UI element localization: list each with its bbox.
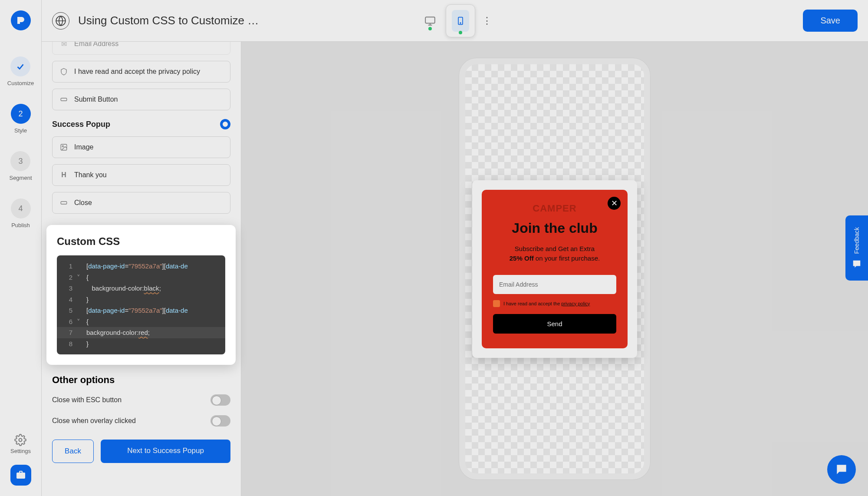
close-block[interactable]: Close bbox=[52, 192, 230, 214]
privacy-block[interactable]: I have read and accept the privacy polic… bbox=[52, 61, 230, 83]
email-block[interactable]: ✉ Email Address bbox=[52, 42, 230, 55]
chat-fab[interactable] bbox=[827, 455, 856, 484]
step-style-number: 2 bbox=[11, 104, 31, 124]
line-number: 7 bbox=[63, 327, 72, 338]
shop-button[interactable] bbox=[10, 465, 31, 486]
image-block-label: Image bbox=[74, 143, 93, 151]
step-publish-label: Publish bbox=[11, 222, 30, 228]
page-title: Using Custom CSS to Customize Pop... bbox=[78, 14, 260, 27]
step-segment-label: Segment bbox=[9, 175, 32, 181]
image-block[interactable]: Image bbox=[52, 136, 230, 158]
button-icon bbox=[59, 95, 68, 104]
phone-frame: ✕ CAMPER Join the club Subscribe and Get… bbox=[459, 58, 650, 479]
desktop-icon bbox=[424, 15, 436, 26]
email-block-label: Email Address bbox=[74, 42, 118, 48]
chat-icon bbox=[835, 463, 848, 476]
svg-point-4 bbox=[460, 23, 461, 23]
kebab-menu[interactable]: ⋮ bbox=[482, 15, 492, 26]
other-options-heading: Other options bbox=[52, 374, 230, 386]
line-number: 3 bbox=[63, 283, 72, 294]
custom-css-heading: Custom CSS bbox=[57, 235, 225, 248]
step-segment-number: 3 bbox=[10, 151, 30, 171]
desktop-device-button[interactable] bbox=[418, 9, 442, 33]
gear-icon bbox=[14, 434, 26, 446]
svg-point-7 bbox=[62, 145, 63, 147]
device-switch: ⋮ bbox=[418, 4, 492, 37]
thankyou-block-label: Thank you bbox=[74, 171, 107, 179]
next-button[interactable]: Next to Success Popup bbox=[101, 440, 230, 463]
topbar: Using Custom CSS to Customize Pop... ⋮ S… bbox=[42, 0, 868, 42]
svg-rect-2 bbox=[425, 17, 435, 23]
mobile-icon bbox=[456, 15, 465, 27]
step-publish-number: 4 bbox=[11, 198, 31, 218]
popup-subtitle: Subscribe and Get an Extra 25% Off on yo… bbox=[493, 244, 616, 264]
preview-canvas: ✕ CAMPER Join the club Subscribe and Get… bbox=[241, 42, 868, 496]
overlay-toggle[interactable] bbox=[210, 415, 230, 427]
inbox-icon bbox=[852, 259, 861, 269]
shield-icon bbox=[59, 67, 68, 76]
popup-privacy-row[interactable]: I have read and accept the privacy polic… bbox=[493, 300, 616, 307]
line-number: 6 bbox=[63, 316, 72, 327]
popup-preview: ✕ CAMPER Join the club Subscribe and Get… bbox=[472, 180, 637, 358]
popup-close-button[interactable]: ✕ bbox=[608, 197, 621, 210]
back-button[interactable]: Back bbox=[52, 440, 94, 463]
globe-icon[interactable] bbox=[52, 12, 69, 30]
feedback-label: Feedback bbox=[853, 227, 860, 254]
line-number: 8 bbox=[63, 338, 72, 350]
line-number: 1 bbox=[63, 261, 72, 272]
overlay-option-row: Close when overlay clicked bbox=[52, 415, 230, 427]
success-popup-toggle[interactable] bbox=[220, 119, 230, 129]
other-options-section: Other options Close with ESC button Clos… bbox=[52, 374, 230, 463]
svg-rect-5 bbox=[61, 98, 67, 101]
success-popup-section: Success Popup bbox=[52, 119, 230, 129]
line-number: 5 bbox=[63, 305, 72, 316]
privacy-block-label: I have read and accept the privacy polic… bbox=[74, 68, 200, 76]
svg-point-0 bbox=[19, 439, 22, 442]
app-logo[interactable] bbox=[11, 10, 31, 30]
submit-block-label: Submit Button bbox=[74, 96, 118, 103]
status-dot bbox=[428, 27, 432, 30]
left-rail: Customize 2 Style 3 Segment 4 Publish Se… bbox=[0, 0, 42, 496]
submit-block[interactable]: Submit Button bbox=[52, 89, 230, 110]
esc-toggle[interactable] bbox=[210, 394, 230, 406]
esc-option-row: Close with ESC button bbox=[52, 394, 230, 406]
popup-title: Join the club bbox=[493, 220, 616, 236]
mail-icon: ✉ bbox=[59, 42, 68, 48]
status-dot bbox=[459, 31, 462, 34]
mobile-device-button[interactable] bbox=[446, 4, 475, 37]
heading-icon: H bbox=[59, 171, 68, 179]
css-editor[interactable]: 1[data-page-id="79552a7a"][data-de 2˅{ 3… bbox=[57, 255, 225, 354]
step-customize-label: Customize bbox=[7, 80, 34, 86]
close-block-label: Close bbox=[74, 199, 92, 207]
check-icon bbox=[10, 56, 30, 76]
custom-css-card: Custom CSS 1[data-page-id="79552a7a"][da… bbox=[46, 225, 236, 365]
settings-label: Settings bbox=[10, 448, 31, 454]
line-number: 4 bbox=[63, 294, 72, 305]
success-popup-heading: Success Popup bbox=[52, 120, 110, 129]
popup-email-input[interactable] bbox=[493, 275, 616, 294]
svg-rect-8 bbox=[61, 202, 67, 204]
esc-option-label: Close with ESC button bbox=[52, 396, 122, 404]
save-button[interactable]: Save bbox=[803, 10, 858, 32]
popup-logo: CAMPER bbox=[493, 203, 616, 214]
step-publish[interactable]: 4 Publish bbox=[11, 198, 31, 228]
button-icon bbox=[59, 198, 68, 207]
image-icon bbox=[59, 143, 68, 152]
step-segment[interactable]: 3 Segment bbox=[9, 151, 32, 181]
checkbox-icon[interactable] bbox=[493, 300, 500, 307]
overlay-option-label: Close when overlay clicked bbox=[52, 417, 136, 425]
thankyou-block[interactable]: H Thank you bbox=[52, 164, 230, 186]
step-customize[interactable]: Customize bbox=[7, 56, 34, 86]
feedback-tab[interactable]: Feedback bbox=[845, 215, 868, 281]
close-icon: ✕ bbox=[611, 198, 618, 208]
step-style[interactable]: 2 Style bbox=[11, 104, 31, 134]
step-style-label: Style bbox=[14, 127, 27, 134]
settings-button[interactable]: Settings bbox=[10, 434, 31, 454]
popup-send-button[interactable]: Send bbox=[493, 314, 616, 334]
briefcase-icon bbox=[16, 470, 26, 480]
line-number: 2 bbox=[63, 272, 72, 283]
